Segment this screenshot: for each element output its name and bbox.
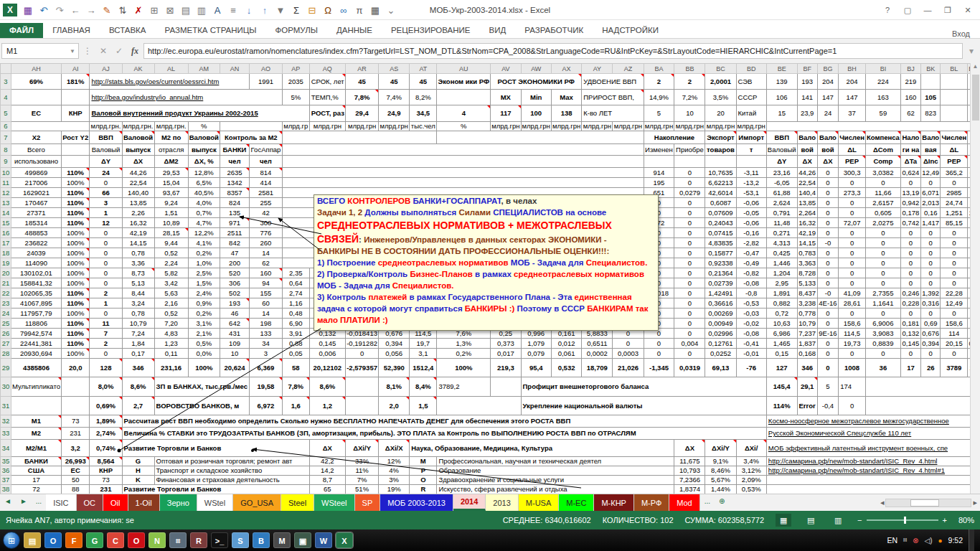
horizontal-scrollbar[interactable]: ◂ ▸ [880, 494, 980, 511]
cell[interactable]: 204 [839, 74, 866, 90]
sheet-tab-МОБ 2003-2013[interactable]: МОБ 2003-2013 [380, 494, 453, 511]
cell[interactable]: Здравоохранение и социальные услуги [437, 476, 674, 485]
sheet-tab-M-EC[interactable]: M-EC [559, 494, 594, 511]
insert-function-icon[interactable]: fx [128, 46, 142, 57]
cell[interactable]: 28,61 [839, 298, 866, 309]
cell[interactable]: 0 [865, 178, 900, 188]
cell[interactable]: 0 [900, 238, 920, 248]
cell[interactable]: 0 [613, 339, 644, 349]
cell[interactable]: 0 [674, 329, 705, 339]
cell[interactable]: 0 [900, 248, 920, 258]
cell[interactable]: Экспорт [705, 131, 736, 144]
cell[interactable]: млрд.грн. [122, 122, 154, 131]
cell[interactable]: 1,5 [410, 397, 437, 415]
new-sheet-icon[interactable]: ⊕ [715, 494, 729, 511]
column-header-AL[interactable]: AL [154, 64, 188, 74]
column-header-BC[interactable]: BC [705, 64, 736, 74]
hscroll-thumb[interactable] [910, 499, 939, 507]
cell[interactable]: 0 [839, 238, 866, 248]
page-break-view-icon[interactable]: ▥ [830, 514, 846, 527]
cell[interactable]: млрд.грн [345, 122, 378, 131]
row-header-19[interactable]: 19 [1, 258, 11, 268]
column-header-BE[interactable]: BE [766, 64, 797, 74]
cell[interactable]: 118806 [11, 319, 61, 329]
ribbon-options-icon[interactable]: ▢ [898, 3, 917, 17]
cell[interactable]: 1,8374 [674, 485, 705, 494]
column-header-BJ[interactable]: BJ [900, 64, 920, 74]
cell[interactable] [11, 122, 89, 131]
outlook-icon[interactable]: O [44, 532, 62, 548]
cell[interactable]: ΔX [797, 156, 817, 168]
cell[interactable]: 0 [941, 258, 968, 268]
cell[interactable]: ΔX [817, 156, 838, 168]
cell[interactable]: 109 [220, 339, 249, 349]
cell[interactable]: O [410, 476, 437, 485]
cell[interactable]: 5 [644, 105, 674, 122]
cell[interactable]: ΔTa [900, 156, 920, 168]
cell[interactable]: млрд.грн [309, 122, 345, 131]
cell[interactable]: -0,47 [736, 248, 766, 258]
cell[interactable] [766, 485, 979, 494]
cell[interactable]: 6,9006 [865, 319, 900, 329]
cell[interactable]: 2,74 [282, 288, 309, 298]
cell[interactable]: 4 [437, 105, 491, 122]
cell[interactable]: ΔInc [921, 156, 941, 168]
cell[interactable]: 0 [921, 309, 941, 319]
column-header-AR[interactable]: AR [345, 64, 378, 74]
zoom-track[interactable] [867, 519, 938, 521]
cell[interactable]: Космо-ноосферное межотраслевое межгосуда… [766, 415, 979, 428]
cell[interactable]: 29,53 [154, 168, 188, 178]
cell[interactable]: 42,2 [309, 457, 345, 466]
cell[interactable]: товаров [705, 144, 736, 156]
cell[interactable]: Всего [11, 144, 61, 156]
cell[interactable]: 0 [674, 168, 705, 178]
cell[interactable]: 0 [817, 278, 838, 288]
row-header-33[interactable]: 33 [1, 428, 11, 440]
cell[interactable]: ТЕМП,% [309, 90, 345, 105]
clock[interactable]: 9:52 [948, 536, 963, 545]
cell[interactable]: 100% [188, 359, 220, 377]
cell[interactable]: 114 [941, 329, 968, 339]
cell[interactable]: G [122, 457, 154, 466]
row-header-24[interactable]: 24 [1, 309, 11, 319]
cell[interactable]: 72 [11, 485, 61, 494]
cell[interactable]: 0,0252 [705, 349, 736, 359]
cell[interactable]: 72,07 [839, 218, 866, 228]
cell[interactable]: ΔXi/Y [705, 440, 736, 457]
cell[interactable]: 5,133 [797, 278, 817, 288]
cell[interactable]: 28,15 [154, 228, 188, 238]
cell[interactable]: 0,061 [551, 349, 581, 359]
cell[interactable]: 10 [674, 105, 705, 122]
cell[interactable]: 0 [941, 238, 968, 248]
cell[interactable]: 110% [61, 288, 90, 298]
antivirus-icon[interactable]: ● [938, 537, 943, 545]
cell[interactable]: 0 [839, 178, 866, 188]
cell[interactable]: Компенса [865, 131, 900, 144]
cell[interactable]: 0 [674, 309, 705, 319]
cell[interactable]: 2,7355 [865, 288, 900, 298]
cell[interactable]: 17 [11, 476, 61, 485]
cell[interactable]: 0 [674, 288, 705, 298]
cell[interactable]: 1,51 [154, 208, 188, 218]
cell[interactable]: K [122, 476, 154, 485]
cell[interactable]: млрд.грн [551, 122, 581, 131]
cell[interactable]: 642 [220, 319, 249, 329]
cell[interactable]: -0,08 [736, 278, 766, 288]
column-header-AY[interactable]: AY [582, 64, 613, 74]
cell[interactable] [282, 156, 644, 168]
signal-icon[interactable]: ᴵᴵᴵ [903, 537, 907, 545]
cell[interactable]: 823 [921, 105, 941, 122]
cell[interactable]: Наука, Образование, Медицина, Культура [410, 440, 674, 457]
cell[interactable]: 0,605 [865, 208, 900, 218]
row-header-21[interactable]: 21 [1, 278, 11, 288]
cell[interactable] [491, 377, 521, 397]
cell[interactable]: -0,4 [817, 397, 838, 415]
cell[interactable] [437, 90, 491, 105]
cell[interactable]: млрд.грн [705, 122, 736, 131]
cell[interactable]: 66 [90, 188, 122, 198]
cell[interactable]: 12 [90, 218, 122, 228]
cell[interactable]: ГосАппар [250, 144, 283, 156]
cell[interactable]: 4E-16 [817, 298, 838, 309]
cell[interactable]: 0 [839, 228, 866, 238]
autosum-icon[interactable]: Σ [288, 5, 304, 16]
